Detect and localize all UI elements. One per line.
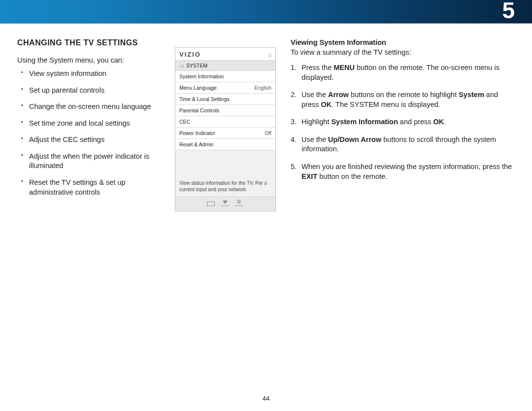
left-column: CHANGING THE TV SETTINGS Using the Syste… — [17, 38, 160, 211]
list-item: Change the on-screen menu language — [29, 102, 160, 112]
page-number: 44 — [0, 395, 532, 402]
menu-row-label: CEC — [179, 119, 190, 125]
menu-row: Time & Local Settings — [175, 94, 275, 105]
step-item: Use the Arrow buttons on the remote to h… — [301, 90, 515, 109]
bold-term: System Information — [331, 118, 398, 126]
menu-row: System Information — [175, 71, 275, 82]
bold-term: MENU — [333, 64, 355, 71]
step-item: Use the Up/Down Arrow buttons to scroll … — [301, 135, 515, 154]
home-icon: ⌂ — [268, 52, 271, 58]
chapter-banner: 5 — [0, 0, 532, 24]
menu-row-label: System Information — [179, 73, 224, 79]
bold-term: EXIT — [301, 172, 317, 180]
chevron-down-icon — [221, 200, 230, 206]
back-caret-icon: ◁ — [179, 63, 183, 68]
menu-row-label: Parental Controls — [179, 107, 219, 113]
list-item: View system information — [29, 69, 160, 79]
capability-list: View system informationSet up parental c… — [17, 69, 160, 197]
gear-icon — [235, 200, 244, 206]
vizio-logo: VIZIO — [179, 51, 201, 58]
menu-row-label: Power Indicator — [179, 130, 215, 136]
bold-term: Up/Down Arrow — [328, 136, 381, 143]
section-intro: Using the System menu, you can: — [17, 56, 160, 64]
instruction-steps: Press the MENU button on the remote. The… — [291, 63, 515, 181]
list-item: Reset the TV settings & set up administr… — [29, 178, 160, 197]
subsection-heading: Viewing System Information — [291, 38, 515, 46]
step-item: Press the MENU button on the remote. The… — [301, 63, 515, 82]
breadcrumb-label: SYSTEM — [186, 63, 207, 68]
menu-row: CEC — [175, 116, 275, 128]
wide-icon — [207, 202, 215, 206]
bold-term: OK — [321, 101, 332, 108]
middle-column: VIZIO ⌂ ◁ SYSTEM System InformationMenu … — [175, 38, 276, 211]
list-item: Adjust the when the power indicator is i… — [29, 152, 160, 171]
bold-term: Arrow — [328, 91, 349, 99]
bold-term: OK — [433, 118, 444, 126]
panel-help-text: View status information for the TV, Per … — [175, 150, 275, 197]
panel-footer-icons — [175, 197, 275, 211]
subsection-intro: To view a summary of the TV settings: — [291, 48, 515, 56]
menu-row: Menu LanguageEnglish — [175, 82, 275, 94]
step-item: When you are finished reviewing the syst… — [301, 162, 515, 181]
bold-term: System — [459, 91, 484, 99]
list-item: Set time zone and local settings — [29, 119, 160, 129]
step-item: Highlight System Information and press O… — [301, 117, 515, 127]
section-heading: CHANGING THE TV SETTINGS — [17, 38, 160, 47]
menu-row-label: Time & Local Settings — [179, 96, 230, 102]
menu-row: Parental Controls — [175, 105, 275, 116]
panel-menu-rows: System InformationMenu LanguageEnglishTi… — [175, 71, 275, 150]
menu-row: Reset & Admin — [175, 139, 275, 150]
menu-row-value: English — [255, 85, 271, 91]
panel-breadcrumb: ◁ SYSTEM — [175, 61, 275, 71]
menu-row-label: Reset & Admin — [179, 141, 213, 147]
list-item: Set up parental controls — [29, 86, 160, 96]
panel-header: VIZIO ⌂ — [175, 48, 275, 61]
menu-row: Power IndicatorOff — [175, 128, 275, 139]
right-column: Viewing System Information To view a sum… — [291, 38, 515, 211]
menu-row-label: Menu Language — [179, 85, 217, 91]
list-item: Adjust the CEC settings — [29, 135, 160, 145]
page-content: CHANGING THE TV SETTINGS Using the Syste… — [0, 24, 532, 211]
tv-menu-panel: VIZIO ⌂ ◁ SYSTEM System InformationMenu … — [175, 47, 276, 211]
chapter-number: 5 — [502, 0, 515, 24]
menu-row-value: Off — [265, 130, 271, 136]
